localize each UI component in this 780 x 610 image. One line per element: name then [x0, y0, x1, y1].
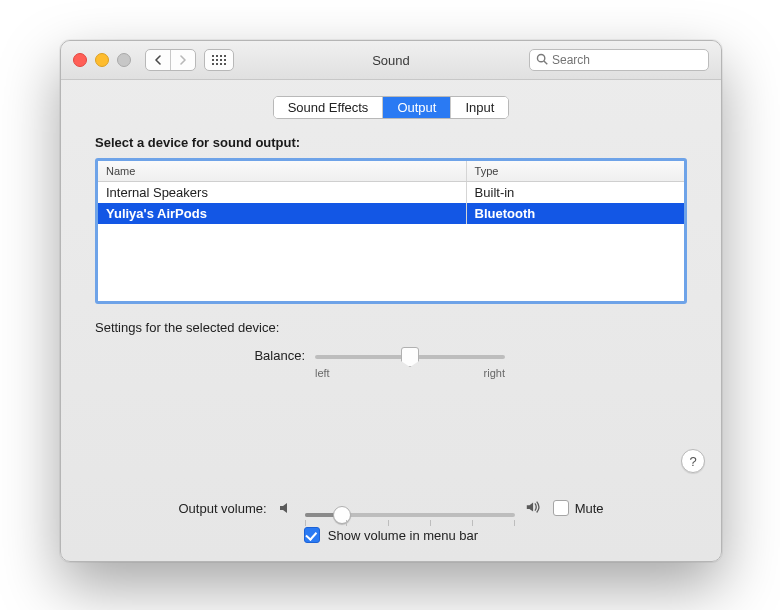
balance-right-label: right: [484, 367, 505, 379]
titlebar: Sound: [61, 41, 721, 80]
output-volume-label: Output volume:: [178, 501, 266, 516]
show-all-prefs-button[interactable]: [204, 49, 234, 71]
back-button[interactable]: [146, 50, 170, 70]
show-volume-menubar-label: Show volume in menu bar: [328, 528, 478, 543]
close-window-button[interactable]: [73, 53, 87, 67]
show-volume-menubar-checkbox[interactable]: Show volume in menu bar: [304, 527, 478, 543]
svg-line-1: [544, 61, 547, 64]
nav-back-forward: [145, 49, 196, 71]
col-header-name[interactable]: Name: [98, 161, 467, 181]
table-row[interactable]: Internal Speakers Built-in: [98, 182, 684, 203]
zoom-window-button[interactable]: [117, 53, 131, 67]
search-input[interactable]: [529, 49, 709, 71]
search-icon: [535, 52, 549, 66]
balance-label: Balance:: [95, 347, 315, 363]
mute-checkbox[interactable]: Mute: [553, 500, 604, 516]
window-controls: [73, 53, 131, 67]
col-header-type[interactable]: Type: [467, 161, 684, 181]
settings-for-device-label: Settings for the selected device:: [95, 320, 687, 335]
select-device-heading: Select a device for sound output:: [95, 135, 687, 150]
output-device-table[interactable]: Name Type Internal Speakers Built-in Yul…: [95, 158, 687, 304]
table-row[interactable]: Yuliya's AirPods Bluetooth: [98, 203, 684, 224]
mute-label: Mute: [575, 501, 604, 516]
table-header: Name Type: [98, 161, 684, 182]
search-box: [529, 49, 709, 71]
device-type: Bluetooth: [467, 203, 684, 224]
grid-icon: [212, 55, 226, 65]
device-name: Internal Speakers: [98, 182, 467, 203]
tab-input[interactable]: Input: [450, 97, 508, 118]
preferences-window: Sound Sound Effects Output Input Select …: [60, 40, 722, 562]
tab-output[interactable]: Output: [382, 97, 450, 118]
help-button[interactable]: ?: [681, 449, 705, 473]
device-name: Yuliya's AirPods: [98, 203, 467, 224]
tab-sound-effects[interactable]: Sound Effects: [274, 97, 383, 118]
balance-slider[interactable]: [315, 349, 505, 353]
minimize-window-button[interactable]: [95, 53, 109, 67]
speaker-high-icon: [525, 499, 543, 517]
speaker-low-icon: [277, 499, 295, 517]
forward-button[interactable]: [170, 50, 195, 70]
svg-point-0: [537, 54, 544, 61]
device-type: Built-in: [467, 182, 684, 203]
tabs-segmented: Sound Effects Output Input: [273, 96, 510, 119]
balance-left-label: left: [315, 367, 330, 379]
output-volume-slider[interactable]: [305, 506, 515, 510]
